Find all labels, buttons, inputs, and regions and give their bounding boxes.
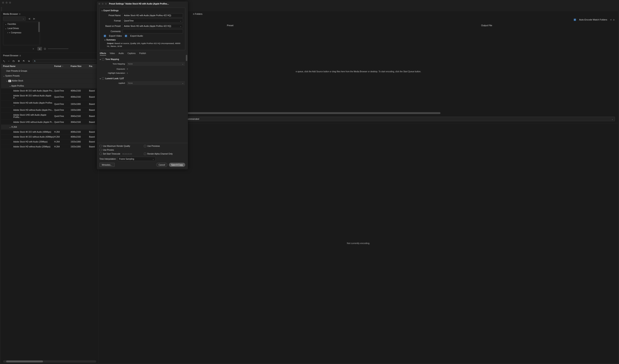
media-tree[interactable]: ⌄Favorites ⌄Local Drives › ▪ Compresso (3, 22, 40, 45)
dialog-title: Preset Settings "Adobe Stock HD with Aud… (109, 3, 169, 5)
col-format[interactable]: Format (54, 65, 61, 67)
comments-input[interactable] (123, 29, 183, 33)
timecode-placeholder[interactable]: 00;00;00;00 (122, 153, 132, 155)
preset-settings-dialog: Preset Settings "Adobe Stock HD with Aud… (97, 1, 188, 169)
summary-text: Based on source, Quality 100, Apple ProR… (107, 42, 181, 47)
format-dropdown[interactable]: QuickTime (123, 19, 183, 23)
preset-row[interactable]: Adobe Stock UHD without Audio (Apple Pr.… (1, 120, 98, 125)
panel-menu-icon[interactable] (19, 54, 21, 57)
panel-menu-icon[interactable] (19, 13, 20, 15)
chevron-down-icon[interactable] (100, 77, 101, 80)
dialog-traffic-lights[interactable] (98, 3, 107, 5)
remove-preset-button[interactable]: − (8, 60, 9, 62)
use-proxies-label: Use Proxies (103, 149, 114, 151)
tab-publish[interactable]: Publish (139, 52, 146, 56)
thumbnail-view-button[interactable]: ▦ (37, 47, 42, 51)
preset-row[interactable]: Adobe Stock 4K DCI with Audio (40Mbps)H.… (1, 130, 98, 135)
import-preset-icon[interactable]: ⇱ (23, 60, 25, 62)
adobe-stock-icon: St (8, 80, 11, 82)
render-alpha-checkbox[interactable] (144, 153, 146, 155)
list-view-button[interactable]: ☰ (31, 47, 35, 51)
favorites-label: Favorites (8, 23, 16, 25)
exposure-value[interactable]: 0 (127, 68, 128, 70)
preset-name-input[interactable]: Adobe Stock HD with Audio (Apple ProRes … (123, 13, 183, 17)
sort-asc-icon (62, 65, 63, 67)
add-preset-button[interactable]: +▾ (3, 60, 5, 62)
time-interpolation-label: Time Interpolation: (99, 158, 116, 160)
format-label: Format: (102, 20, 121, 22)
export-preset-icon[interactable]: ⇲ (28, 60, 30, 62)
search-icon: 🔍 (34, 60, 36, 62)
preset-row[interactable]: Adobe Stock 4K DCI without Audio (Apple … (1, 93, 98, 100)
use-previews-checkbox[interactable] (144, 145, 146, 147)
preset-search-input[interactable]: 🔍 (33, 59, 96, 63)
chevron-down-icon (182, 82, 184, 84)
time-interpolation-dropdown[interactable]: Frame Sampling (118, 157, 155, 161)
col-framesize[interactable]: Frame Size (71, 65, 89, 67)
preset-row[interactable]: Adobe Stock HD without Audio (Apple Pro.… (1, 108, 98, 112)
save-a-copy-button[interactable]: Save A Copy (169, 163, 185, 167)
tone-mapping-dropdown[interactable]: None (127, 62, 185, 66)
highlight-saturation-label: Highlight Saturation: (103, 72, 126, 74)
metadata-button[interactable]: Metadata... (99, 163, 115, 167)
use-proxies-checkbox[interactable] (99, 149, 102, 151)
output-label: Output: (107, 42, 114, 44)
preset-row[interactable]: Adobe Stock HD with Audio (20Mbps)H.2641… (1, 140, 98, 144)
col-framerate[interactable]: Fra (89, 65, 95, 67)
tab-watch-folders[interactable]: n Folders (193, 13, 202, 15)
nav-forward-icon[interactable]: ▶ (33, 17, 36, 20)
tab-audio[interactable]: Audio (118, 52, 124, 56)
chevron-down-icon[interactable] (105, 39, 105, 41)
zoom-slider-track[interactable] (48, 49, 68, 49)
h264-group[interactable]: H.264 (12, 126, 17, 128)
apple-prores-group[interactable]: Apple ProRes (11, 85, 24, 87)
chevron-down-icon[interactable] (100, 58, 101, 60)
preset-table-body[interactable]: User Presets & Groups ⌄ System Presets ⌄… (1, 69, 98, 182)
scrollbar[interactable] (38, 22, 40, 32)
export-audio-checkbox[interactable] (125, 35, 127, 37)
chevron-down-icon: ⌄ (6, 80, 8, 82)
export-video-checkbox[interactable] (104, 35, 106, 37)
highlight-saturation-value[interactable]: 1 (127, 72, 128, 74)
col-name[interactable]: Preset Name (3, 65, 54, 67)
media-browser-header: Media Browser (1, 11, 98, 17)
chevron-down-icon: ⌄ (3, 75, 5, 77)
chevron-right-icon: › (7, 31, 8, 34)
lumetri-applied-dropdown[interactable]: None (127, 81, 185, 85)
start-timecode-checkbox[interactable] (99, 153, 102, 155)
tone-mapping-checkbox[interactable] (102, 58, 104, 60)
scrollbar[interactable] (186, 55, 187, 61)
tab-video[interactable]: Video (110, 52, 115, 56)
preset-row[interactable]: Adobe Stock 4K DCI without Audio (40Mbps… (1, 135, 98, 140)
max-quality-checkbox[interactable] (99, 145, 102, 147)
exposure-label: Exposure: (103, 68, 126, 70)
chevron-down-icon (180, 20, 182, 22)
settings-tabs: Effects Video Audio Captions Publish (99, 52, 185, 56)
tab-effects[interactable]: Effects (100, 52, 106, 56)
preset-row[interactable]: Adobe Stock HD with Audio (Apple ProRes … (1, 100, 98, 108)
tab-captions[interactable]: Captions (127, 52, 136, 56)
cancel-button[interactable]: Cancel (156, 163, 168, 167)
adobe-stock-group[interactable]: Adobe Stock (12, 80, 23, 82)
lumetri-header: Lumetri Look / LUT (105, 77, 124, 80)
chevron-down-icon[interactable] (102, 9, 103, 12)
export-audio-label: Export Audio (130, 35, 143, 37)
media-browser-path-dropdown[interactable] (3, 17, 26, 21)
preset-row[interactable]: Adobe Stock 4K DCI with Audio (Apple Pro… (1, 88, 98, 93)
preset-settings-icon[interactable]: ⚙ (18, 60, 20, 62)
new-group-icon[interactable]: 🗀 (13, 60, 15, 62)
panel-drag-handle[interactable] (1, 7, 2, 11)
based-on-dropdown[interactable]: Adobe Stock HD with Audio (Apple ProRes … (123, 24, 183, 28)
preset-row[interactable]: Adobe Stock HD without Audio (20Mbps)H.2… (1, 144, 98, 149)
nav-back-icon[interactable]: ◀ (28, 17, 31, 20)
user-presets-group[interactable]: User Presets & Groups (3, 70, 54, 72)
queue-empty-message: e queue, click the Add Source button or … (296, 70, 310, 73)
chevron-down-icon (180, 25, 182, 27)
system-presets-group[interactable]: System Presets (5, 75, 20, 77)
zoom-slider-knob[interactable] (44, 48, 46, 50)
preset-browser-header: Preset Browser (1, 53, 98, 58)
preset-row[interactable]: Adobe Stock UHD with Audio (Apple ProRe.… (1, 112, 98, 120)
lumetri-checkbox[interactable] (102, 77, 104, 80)
chevron-down-icon (153, 158, 154, 160)
traffic-lights[interactable] (2, 2, 11, 4)
